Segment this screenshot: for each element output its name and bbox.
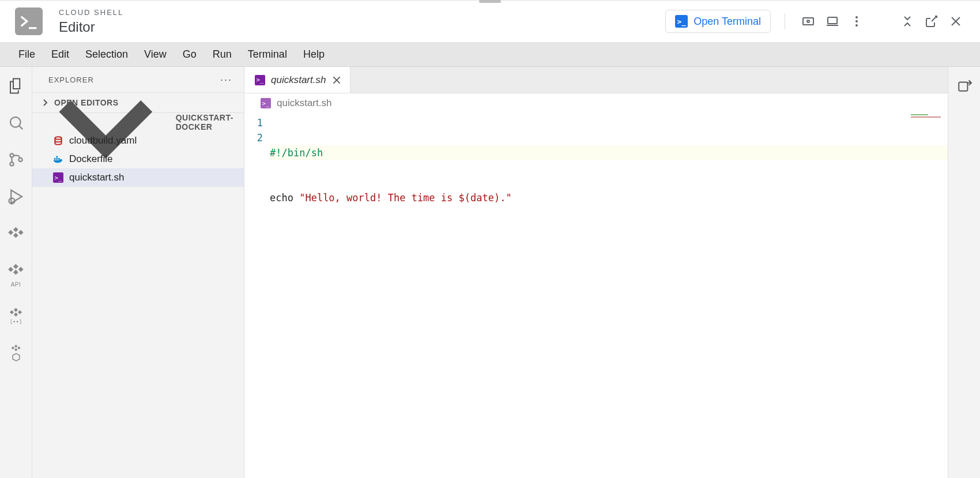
open-terminal-label: Open Terminal xyxy=(693,16,761,28)
workspace-folder-label: QUICKSTART-DOCKER xyxy=(176,113,238,131)
activity-bar: API [••] xyxy=(0,67,32,478)
svg-point-3 xyxy=(855,16,858,18)
svg-rect-13 xyxy=(13,233,18,238)
kubernetes-icon[interactable] xyxy=(7,344,25,362)
svg-point-4 xyxy=(855,20,858,22)
code-string: "Hello, world! The time is $(date)." xyxy=(299,192,511,204)
minimap[interactable] xyxy=(911,114,941,120)
svg-point-9 xyxy=(18,158,22,161)
svg-rect-12 xyxy=(13,227,18,232)
close-icon[interactable] xyxy=(947,12,965,31)
svg-rect-18 xyxy=(18,267,23,272)
menu-help[interactable]: Help xyxy=(295,45,333,64)
svg-rect-11 xyxy=(8,230,13,235)
svg-rect-23 xyxy=(11,347,14,349)
menu-go[interactable]: Go xyxy=(175,45,205,64)
open-terminal-button[interactable]: >_ Open Terminal xyxy=(665,10,771,33)
code-editor[interactable]: 1 2 #!/bin/sh echo "Hello, world! The ti… xyxy=(244,113,948,478)
file-item-quickstart[interactable]: >_ quickstart.sh xyxy=(32,168,244,187)
page-title: Editor xyxy=(59,19,123,35)
secret-manager-icon[interactable]: [••] xyxy=(7,307,25,325)
breadcrumb[interactable]: >_ quickstart.sh xyxy=(244,93,948,113)
workspace-folder[interactable]: QUICKSTART-DOCKER xyxy=(32,113,244,131)
shell-file-icon: >_ xyxy=(255,75,265,85)
svg-rect-22 xyxy=(17,310,21,314)
svg-rect-33 xyxy=(959,82,967,91)
debug-icon[interactable] xyxy=(7,188,25,205)
svg-rect-15 xyxy=(8,267,13,272)
shell-file-icon: >_ xyxy=(53,172,63,183)
svg-point-1 xyxy=(807,20,809,22)
code-keyword: echo xyxy=(270,192,299,204)
svg-rect-26 xyxy=(17,347,20,349)
explorer-panel: EXPLORER ··· OPEN EDITORS QUICKSTART-DOC… xyxy=(32,67,244,478)
menu-file[interactable]: File xyxy=(10,45,43,64)
svg-rect-17 xyxy=(13,270,18,275)
cloud-code-icon[interactable] xyxy=(7,225,25,242)
source-control-icon[interactable] xyxy=(7,151,25,168)
svg-rect-30 xyxy=(56,158,58,160)
context-label: CLOUD SHELL xyxy=(59,8,123,17)
line-number: 1 xyxy=(244,115,263,130)
svg-point-5 xyxy=(855,24,858,27)
file-name: Dockerfile xyxy=(69,153,113,165)
breadcrumb-label: quickstart.sh xyxy=(277,97,331,109)
svg-rect-24 xyxy=(14,345,17,348)
svg-rect-21 xyxy=(13,313,17,317)
more-vert-icon[interactable] xyxy=(847,12,866,31)
terminal-icon: >_ xyxy=(675,15,688,28)
menu-run[interactable]: Run xyxy=(205,45,240,64)
line-number: 2 xyxy=(244,130,263,145)
shell-file-icon: >_ xyxy=(261,98,271,108)
files-icon[interactable] xyxy=(7,77,25,95)
line-number-gutter: 1 2 xyxy=(244,113,270,478)
svg-rect-20 xyxy=(13,308,17,312)
open-new-window-icon[interactable] xyxy=(922,12,941,31)
editor-group: >_ quickstart.sh >_ quickstart.sh 1 2 #!… xyxy=(244,67,948,478)
svg-rect-14 xyxy=(18,230,23,235)
svg-marker-27 xyxy=(13,353,20,361)
docker-file-icon xyxy=(53,154,63,164)
file-item-dockerfile[interactable]: Dockerfile xyxy=(32,150,244,168)
tab-quickstart[interactable]: >_ quickstart.sh xyxy=(244,67,350,93)
menu-terminal[interactable]: Terminal xyxy=(240,45,295,64)
right-rail xyxy=(948,67,980,478)
file-item-cloudbuild[interactable]: cloudbuild.yaml xyxy=(32,131,244,150)
svg-rect-2 xyxy=(828,17,837,24)
preview-icon[interactable] xyxy=(799,12,817,31)
svg-rect-0 xyxy=(803,18,813,25)
cloud-apis-caption: API xyxy=(11,281,21,288)
tab-label: quickstart.sh xyxy=(271,74,326,86)
tab-close-icon[interactable] xyxy=(331,75,342,85)
laptop-icon[interactable] xyxy=(823,12,842,31)
drag-handle-icon[interactable] xyxy=(479,0,501,3)
svg-rect-16 xyxy=(13,264,18,269)
svg-point-8 xyxy=(10,162,13,165)
code-shebang: #!/bin/sh xyxy=(270,147,323,159)
code-content[interactable]: #!/bin/sh echo "Hello, world! The time i… xyxy=(270,113,948,478)
workbench: API [••] EXPLORER ··· OPEN EDITORS QUICK… xyxy=(0,67,980,478)
svg-point-7 xyxy=(10,153,13,157)
svg-rect-31 xyxy=(58,158,60,160)
svg-rect-19 xyxy=(9,310,13,314)
divider xyxy=(785,13,785,29)
svg-point-28 xyxy=(55,137,61,140)
svg-point-6 xyxy=(10,117,21,127)
svg-rect-29 xyxy=(54,158,56,160)
cloud-apis-icon[interactable] xyxy=(7,262,25,279)
file-name: cloudbuild.yaml xyxy=(69,135,137,146)
search-icon[interactable] xyxy=(7,114,25,131)
yaml-file-icon xyxy=(53,136,63,146)
file-name: quickstart.sh xyxy=(69,172,124,183)
editor-tabs: >_ quickstart.sh xyxy=(244,67,948,93)
collapse-icon[interactable] xyxy=(898,12,917,31)
toggle-panel-icon[interactable] xyxy=(956,77,973,95)
svg-rect-32 xyxy=(56,156,58,158)
explorer-more-icon[interactable]: ··· xyxy=(220,74,232,86)
cloud-shell-logo-icon xyxy=(15,7,43,35)
cloud-shell-header: CLOUD SHELL Editor >_ Open Terminal xyxy=(0,0,980,43)
svg-rect-25 xyxy=(14,348,17,351)
